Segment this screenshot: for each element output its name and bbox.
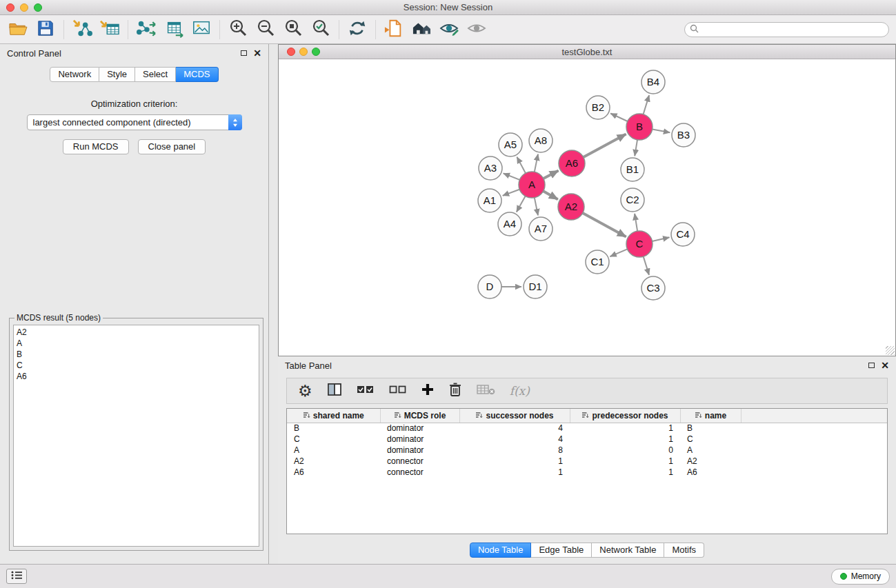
cell[interactable]: A [680,445,741,456]
select-all-button[interactable] [357,383,375,398]
node-C1[interactable]: C1 [586,250,609,274]
table-row[interactable]: Cdominator41C [287,434,887,445]
table-settings-button[interactable]: ⚙ [298,383,312,399]
column-header-shared-name[interactable]: shared name [287,409,380,423]
node-A6[interactable]: A6 [559,150,585,176]
unselect-all-button[interactable] [389,383,407,398]
column-header-MCDS-role[interactable]: MCDS role [380,409,459,423]
close-network-window-button[interactable] [287,48,295,56]
edge-B-B1[interactable] [635,140,637,156]
edge-C-C2[interactable] [635,214,637,231]
style-bypass-button[interactable] [435,17,463,42]
resize-grip[interactable] [886,346,895,355]
cell[interactable]: connector [380,456,459,467]
table-tab-network-table[interactable]: Network Table [592,543,664,558]
import-table-button[interactable] [96,17,123,42]
column-header-predecessor-nodes[interactable]: predecessor nodes [570,409,680,423]
table-row[interactable]: Adominator80A [287,445,887,456]
session-file-button[interactable] [380,17,408,42]
mcds-result-list[interactable]: A2ABCA6 [13,325,259,547]
cell[interactable]: B [680,423,741,434]
criterion-select[interactable]: largest connected component (directed) [27,114,242,130]
home-button[interactable] [408,17,435,42]
cell[interactable]: connector [380,467,459,478]
edge-A-A2[interactable] [544,191,558,199]
node-A1[interactable]: A1 [478,189,501,212]
edge-A-A8[interactable] [535,154,538,172]
cell[interactable]: A6 [680,467,741,478]
cell[interactable]: C [287,434,380,445]
search-box[interactable] [684,22,889,37]
zoom-in-button[interactable] [224,17,252,42]
node-A3[interactable]: A3 [479,156,502,180]
save-session-button[interactable] [32,17,59,42]
table-tab-node-table[interactable]: Node Table [470,543,532,558]
create-column-button[interactable] [421,383,434,398]
cell[interactable]: A [287,445,380,456]
close-table-panel-icon[interactable]: ✕ [881,361,889,370]
cell[interactable]: 1 [570,456,680,467]
cell[interactable]: 1 [459,456,570,467]
edge-C-C3[interactable] [644,256,649,275]
tab-style[interactable]: Style [99,67,135,82]
open-session-button[interactable] [4,17,32,42]
node-B[interactable]: B [626,114,653,140]
export-table-button[interactable] [160,17,188,42]
node-C4[interactable]: C4 [671,223,695,246]
edge-C-C4[interactable] [653,237,670,241]
network-graph[interactable]: B4B2BB3A5A8A6B1A3AC2A1A2A4A7CC4C1C3DD1 [279,59,895,356]
zoom-selected-button[interactable] [307,17,335,42]
edge-B-B4[interactable] [644,95,650,114]
cell[interactable]: 1 [570,423,680,434]
tab-network[interactable]: Network [50,67,99,82]
node-A7[interactable]: A7 [529,217,552,241]
cell[interactable]: 4 [459,434,570,445]
node-A8[interactable]: A8 [529,129,552,152]
cell[interactable]: 0 [570,445,680,456]
show-graphics-details-button[interactable] [463,17,490,42]
table-tab-motifs[interactable]: Motifs [664,543,704,558]
edge-A2-C[interactable] [583,213,626,236]
cell[interactable]: 8 [459,445,570,456]
zoom-out-button[interactable] [252,17,279,42]
close-panel-button[interactable]: Close panel [138,139,206,154]
node-B1[interactable]: B1 [621,158,644,181]
cell[interactable]: 1 [459,467,570,478]
edge-A-A5[interactable] [517,157,526,174]
edge-A-A1[interactable] [503,190,520,196]
edge-A6-B[interactable] [584,134,626,158]
node-A2[interactable]: A2 [558,194,584,220]
node-D[interactable]: D [478,275,501,298]
edge-C-C1[interactable] [610,249,627,256]
float-table-panel-icon[interactable] [868,363,875,368]
node-A5[interactable]: A5 [499,133,522,156]
delete-columns-button[interactable] [448,382,462,400]
network-canvas[interactable]: B4B2BB3A5A8A6B1A3AC2A1A2A4A7CC4C1C3DD1 [279,59,895,356]
edge-A-A6[interactable] [544,170,559,179]
node-D1[interactable]: D1 [524,275,547,298]
minimize-network-window-button[interactable] [299,48,308,56]
memory-button[interactable]: Memory [831,569,890,585]
table-tab-edge-table[interactable]: Edge Table [531,543,592,558]
close-panel-icon[interactable]: ✕ [253,48,261,58]
node-B2[interactable]: B2 [586,96,610,119]
node-A[interactable]: A [519,172,545,198]
column-header-successor-nodes[interactable]: successor nodes [459,409,570,423]
node-A4[interactable]: A4 [498,212,521,236]
task-history-button[interactable] [6,569,27,584]
tab-select[interactable]: Select [135,67,176,82]
export-network-button[interactable] [132,17,160,42]
apply-layout-button[interactable] [344,17,371,42]
edge-A-A4[interactable] [517,196,526,212]
cell[interactable]: 1 [570,467,680,478]
delete-table-button[interactable] [477,383,495,398]
node-C[interactable]: C [626,231,653,257]
cell[interactable]: C [680,434,741,445]
search-input[interactable] [701,25,888,34]
cell[interactable]: B [287,423,380,434]
edge-A-A3[interactable] [504,173,520,180]
edge-B-B2[interactable] [610,114,628,122]
import-network-button[interactable] [68,17,96,42]
column-header-name[interactable]: name [680,409,741,423]
run-mcds-button[interactable]: Run MCDS [63,139,129,154]
